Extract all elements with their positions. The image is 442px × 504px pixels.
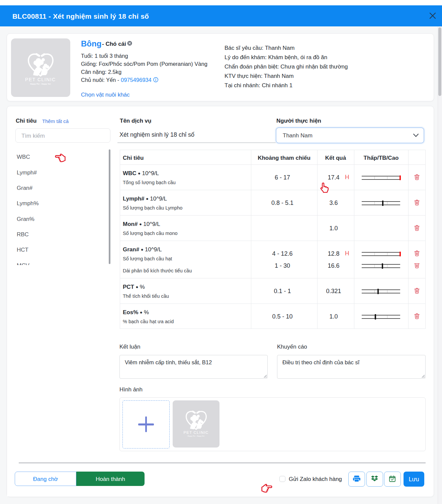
svg-text:PET CLINIC: PET CLINIC [183,430,208,434]
svg-text:Happy Pet - Happy Vet: Happy Pet - Happy Vet [188,435,205,437]
